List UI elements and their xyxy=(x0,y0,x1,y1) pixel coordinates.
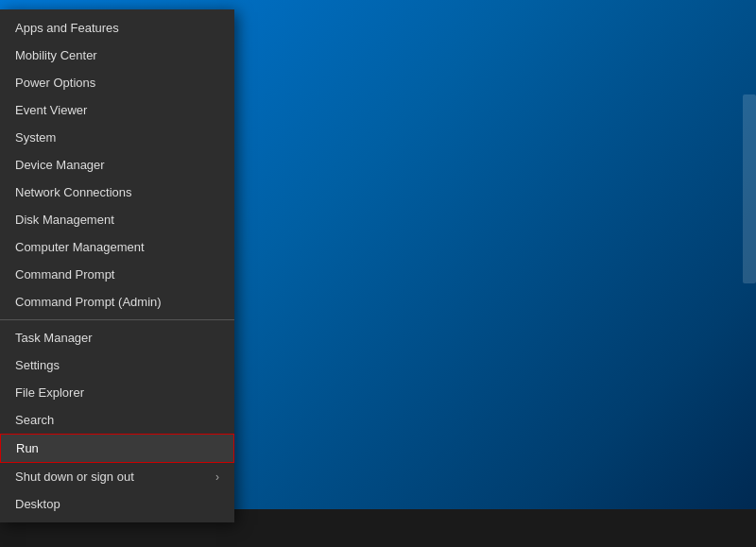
menu-item-command-prompt[interactable]: Command Prompt xyxy=(0,261,234,288)
menu-item-label: Disk Management xyxy=(15,213,114,227)
menu-item-label: Command Prompt (Admin) xyxy=(15,295,162,309)
menu-item-settings[interactable]: Settings xyxy=(0,351,234,379)
menu-item-desktop[interactable]: Desktop xyxy=(0,490,234,518)
menu-separator-1 xyxy=(0,319,234,320)
submenu-arrow-icon: › xyxy=(215,470,219,484)
menu-item-label: Power Options xyxy=(15,76,95,90)
menu-item-system[interactable]: System xyxy=(0,124,234,151)
menu-item-shut-down-sign-out[interactable]: Shut down or sign out › xyxy=(0,463,234,490)
menu-item-label: File Explorer xyxy=(15,385,84,400)
menu-item-disk-management[interactable]: Disk Management xyxy=(0,206,234,233)
menu-item-power-options[interactable]: Power Options xyxy=(0,69,234,96)
menu-item-label: Event Viewer xyxy=(15,103,87,117)
menu-item-computer-management[interactable]: Computer Management xyxy=(0,233,234,261)
menu-item-device-manager[interactable]: Device Manager xyxy=(0,151,234,179)
menu-item-label: Search xyxy=(15,413,54,427)
menu-item-mobility-center[interactable]: Mobility Center xyxy=(0,42,234,69)
menu-item-search[interactable]: Search xyxy=(0,406,234,434)
menu-item-label: Mobility Center xyxy=(15,48,97,62)
menu-item-run[interactable]: Run xyxy=(0,434,234,463)
menu-item-event-viewer[interactable]: Event Viewer xyxy=(0,96,234,124)
menu-item-label: Desktop xyxy=(15,497,60,511)
menu-item-label: Network Connections xyxy=(15,185,132,199)
desktop-scrollbar xyxy=(743,94,756,283)
menu-item-label: Settings xyxy=(15,358,60,372)
menu-item-label: Computer Management xyxy=(15,240,145,254)
menu-item-label: Run xyxy=(16,441,39,455)
menu-item-task-manager[interactable]: Task Manager xyxy=(0,324,234,351)
menu-item-file-explorer[interactable]: File Explorer xyxy=(0,379,234,406)
context-menu: Apps and Features Mobility Center Power … xyxy=(0,9,234,522)
menu-item-network-connections[interactable]: Network Connections xyxy=(0,179,234,206)
menu-item-label: Task Manager xyxy=(15,331,93,345)
menu-item-command-prompt-admin[interactable]: Command Prompt (Admin) xyxy=(0,288,234,316)
menu-item-apps-features[interactable]: Apps and Features xyxy=(0,14,234,42)
menu-item-label: Apps and Features xyxy=(15,21,119,35)
menu-item-label: System xyxy=(15,130,56,145)
menu-item-label: Device Manager xyxy=(15,158,105,172)
menu-item-label: Command Prompt xyxy=(15,267,114,282)
menu-item-label: Shut down or sign out xyxy=(15,470,134,484)
